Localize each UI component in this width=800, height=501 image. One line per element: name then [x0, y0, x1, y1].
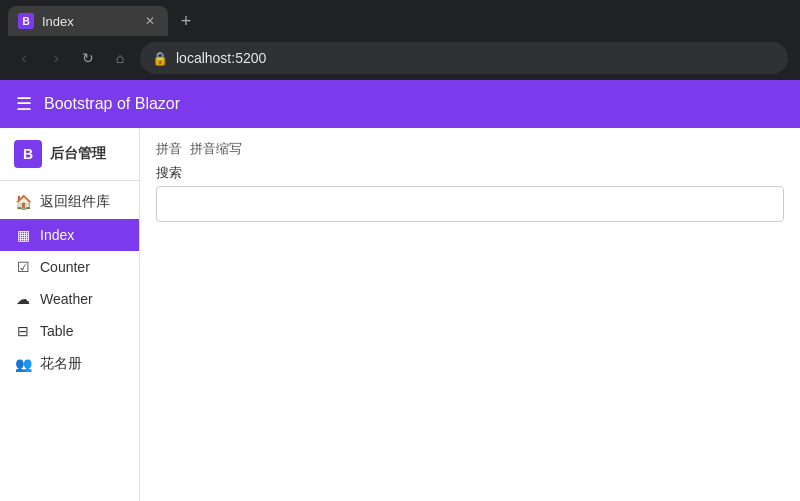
pinyin-hints: 拼音 拼音缩写	[156, 140, 784, 158]
new-tab-button[interactable]: +	[172, 7, 200, 35]
tab-title: Index	[42, 14, 134, 29]
sidebar-item-counter[interactable]: ☑ Counter	[0, 251, 139, 283]
tab-favicon: B	[18, 13, 34, 29]
app-header-title: Bootstrap of Blazor	[44, 95, 180, 113]
search-input[interactable]	[165, 196, 775, 212]
reload-nav-button[interactable]: ↻	[76, 46, 100, 70]
pinyin-item-0[interactable]: 拼音	[156, 140, 182, 158]
sidebar-item-label: 返回组件库	[40, 193, 110, 211]
sidebar-item-back[interactable]: 🏠 返回组件库	[0, 185, 139, 219]
sidebar-item-index[interactable]: ▦ Index	[0, 219, 139, 251]
app-body: B 后台管理 🏠 返回组件库 ▦ Index ☑ Counter ☁	[0, 128, 800, 501]
checkbox-icon: ☑	[14, 259, 32, 275]
home-icon: 🏠	[14, 194, 32, 210]
app-header: ☰ Bootstrap of Blazor	[0, 80, 800, 128]
sidebar-item-label: Weather	[40, 291, 93, 307]
sidebar: B 后台管理 🏠 返回组件库 ▦ Index ☑ Counter ☁	[0, 128, 140, 501]
browser-chrome: B Index ✕ + ‹ › ↻ ⌂ 🔒 localhost:5200	[0, 0, 800, 80]
pinyin-item-1[interactable]: 拼音缩写	[190, 140, 242, 158]
back-nav-button[interactable]: ‹	[12, 46, 36, 70]
grid-icon: ▦	[14, 227, 32, 243]
search-input-wrap[interactable]	[156, 186, 784, 222]
main-content: 拼音 拼音缩写 搜索	[140, 128, 800, 501]
app-container: ☰ Bootstrap of Blazor B 后台管理 🏠 返回组件库 ▦ I…	[0, 80, 800, 501]
sidebar-item-label: Index	[40, 227, 74, 243]
sidebar-nav: 🏠 返回组件库 ▦ Index ☑ Counter ☁ Weather ⊟	[0, 181, 139, 501]
tab-bar: B Index ✕ +	[0, 0, 800, 36]
url-bar[interactable]: 🔒 localhost:5200	[140, 42, 788, 74]
address-bar: ‹ › ↻ ⌂ 🔒 localhost:5200	[0, 36, 800, 80]
sidebar-item-roster[interactable]: 👥 花名册	[0, 347, 139, 381]
brand-icon: B	[14, 140, 42, 168]
people-icon: 👥	[14, 356, 32, 372]
browser-tab[interactable]: B Index ✕	[8, 6, 168, 36]
sidebar-item-table[interactable]: ⊟ Table	[0, 315, 139, 347]
table-icon: ⊟	[14, 323, 32, 339]
sidebar-item-label: Table	[40, 323, 73, 339]
sidebar-brand: B 后台管理	[0, 128, 139, 181]
hamburger-menu-icon[interactable]: ☰	[16, 93, 32, 115]
sidebar-item-label: Counter	[40, 259, 90, 275]
lock-icon: 🔒	[152, 51, 168, 66]
tab-close-button[interactable]: ✕	[142, 13, 158, 29]
sidebar-item-label: 花名册	[40, 355, 82, 373]
home-nav-button[interactable]: ⌂	[108, 46, 132, 70]
brand-name: 后台管理	[50, 145, 106, 163]
forward-nav-button[interactable]: ›	[44, 46, 68, 70]
sidebar-item-weather[interactable]: ☁ Weather	[0, 283, 139, 315]
cloud-icon: ☁	[14, 291, 32, 307]
url-text: localhost:5200	[176, 50, 776, 66]
search-label: 搜索	[156, 164, 784, 182]
